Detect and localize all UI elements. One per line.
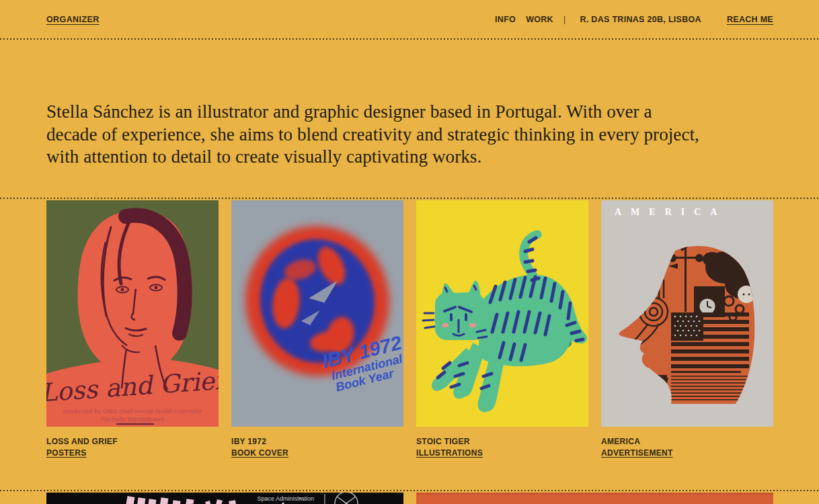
project-category-link[interactable]: ADVERTISEMENT — [601, 448, 673, 458]
nav-work[interactable]: WORK — [526, 15, 553, 24]
project-category-link[interactable]: POSTERS — [46, 448, 86, 458]
iby-1972-poster-image[interactable]: IBY 1972 International Book Year — [231, 200, 403, 427]
nav-info[interactable]: INFO — [495, 15, 516, 24]
project-grid: Loss and Grief conducted by OMS chief me… — [46, 200, 819, 458]
poster-subtitle-1: conducted by OMS chief mental health cou… — [63, 407, 202, 415]
project-card-loss-and-grief[interactable]: Loss and Grief conducted by OMS chief me… — [46, 200, 219, 458]
loss-and-grief-poster-image[interactable]: Loss and Grief conducted by OMS chief me… — [46, 200, 219, 427]
poster-subtitle-2: Rachelle Mandelbaum — [101, 415, 165, 423]
america-poster-image[interactable]: AMERICA — [601, 200, 773, 427]
poster-headline: AMERICA — [615, 207, 726, 217]
space-administration-label: Space Administration — [257, 495, 314, 502]
nav-reach-me[interactable]: REACH ME — [727, 15, 773, 24]
stoic-tiger-poster-image[interactable] — [416, 200, 588, 427]
project-category-link[interactable]: BOOK COVER — [231, 448, 288, 458]
project-title: STOIC TIGER — [416, 437, 588, 446]
dashed-divider-mid — [0, 198, 819, 199]
orange-poster-image[interactable] — [416, 493, 773, 504]
dashed-divider-bottom — [0, 490, 819, 491]
caption-iby-1972: IBY 1972 BOOK COVER — [231, 437, 403, 458]
project-title: IBY 1972 — [231, 437, 403, 446]
project-grid-row2: Space Administration — [46, 493, 819, 504]
project-card-stoic-tiger[interactable]: STOIC TIGER ILLUSTRATIONS — [416, 200, 588, 458]
dashed-divider-top — [0, 38, 819, 40]
nav-address: R. DAS TRINAS 20B, LISBOA — [580, 15, 701, 24]
nav-separator: | — [563, 15, 566, 24]
intro-line-1: Stella Sánchez is an illustrator and gra… — [46, 101, 773, 124]
header: ORGANIZER INFO WORK | R. DAS TRINAS 20B,… — [0, 0, 819, 38]
logo-link[interactable]: ORGANIZER — [46, 15, 100, 24]
portfolio-page: ORGANIZER INFO WORK | R. DAS TRINAS 20B,… — [0, 0, 819, 504]
header-nav: INFO WORK | R. DAS TRINAS 20B, LISBOA RE… — [485, 15, 773, 24]
space-poster-image[interactable]: Space Administration — [46, 493, 403, 504]
caption-stoic-tiger: STOIC TIGER ILLUSTRATIONS — [416, 437, 588, 458]
intro-paragraph: Stella Sánchez is an illustrator and gra… — [46, 101, 773, 169]
intro-line-2: decade of experience, she aims to blend … — [46, 124, 773, 146]
intro-line-3: with attention to detail to create visua… — [46, 146, 773, 169]
project-card-iby-1972[interactable]: IBY 1972 International Book Year IBY 197… — [231, 200, 403, 458]
caption-america: AMERICA ADVERTISEMENT — [601, 437, 773, 458]
caption-loss-and-grief: LOSS AND GRIEF POSTERS — [46, 437, 219, 458]
project-category-link[interactable]: ILLUSTRATIONS — [416, 448, 483, 458]
project-title: LOSS AND GRIEF — [46, 437, 219, 446]
project-title: AMERICA — [601, 437, 773, 446]
project-card-america[interactable]: AMERICA — [601, 200, 773, 458]
